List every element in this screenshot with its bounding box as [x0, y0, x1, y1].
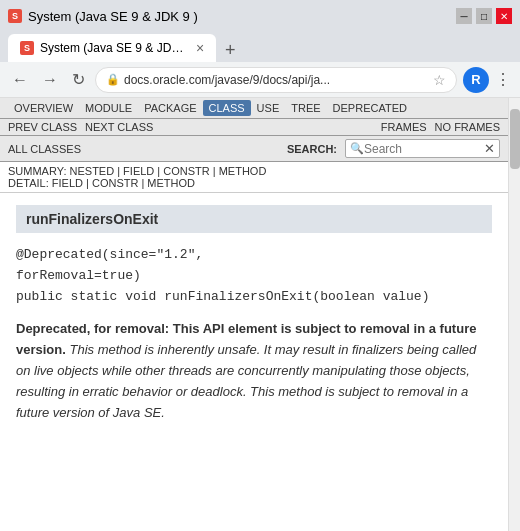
- scrollbar-track[interactable]: [508, 98, 520, 531]
- search-bar: SEARCH: 🔍 ✕: [287, 139, 500, 158]
- nav-overview[interactable]: OVERVIEW: [8, 100, 79, 116]
- window-controls: ─ □ ✕: [456, 8, 512, 24]
- javadoc-sub-nav: PREV CLASS NEXT CLASS FRAMES NO FRAMES: [0, 119, 508, 136]
- tab-bar: S System (Java SE 9 & JDK 9 ) × +: [0, 32, 520, 62]
- tab-favicon: S: [20, 41, 34, 55]
- description-italic: This method is inherently unsafe. It may…: [16, 342, 476, 419]
- search-input-wrap[interactable]: 🔍 ✕: [345, 139, 500, 158]
- search-clear-button[interactable]: ✕: [484, 141, 495, 156]
- minimize-button[interactable]: ─: [456, 8, 472, 24]
- browser-icon: S: [8, 9, 22, 23]
- code-line2: forRemoval=true): [16, 266, 492, 287]
- address-bar: ← → ↻ 🔒 docs.oracle.com/javase/9/docs/ap…: [0, 62, 520, 98]
- search-label: SEARCH:: [287, 143, 337, 155]
- all-classes-link[interactable]: ALL CLASSES: [8, 143, 81, 155]
- nav-package[interactable]: PACKAGE: [138, 100, 202, 116]
- close-button[interactable]: ✕: [496, 8, 512, 24]
- sub-nav-left: PREV CLASS NEXT CLASS: [8, 121, 153, 133]
- maximize-button[interactable]: □: [476, 8, 492, 24]
- sub-nav-right: FRAMES NO FRAMES: [381, 121, 500, 133]
- scrollbar-thumb[interactable]: [510, 109, 520, 169]
- more-options-button[interactable]: ⋮: [495, 70, 512, 89]
- method-header: runFinalizersOnExit: [16, 205, 492, 233]
- lock-icon: 🔒: [106, 73, 120, 86]
- search-input[interactable]: [364, 142, 484, 156]
- account-button[interactable]: R: [463, 67, 489, 93]
- content-area: runFinalizersOnExit @Deprecated(since="1…: [0, 193, 508, 435]
- nav-module[interactable]: MODULE: [79, 100, 138, 116]
- code-line3: public static void runFinalizersOnExit(b…: [16, 287, 492, 308]
- nav-tree[interactable]: TREE: [285, 100, 326, 116]
- reload-button[interactable]: ↻: [68, 68, 89, 91]
- title-bar-text: System (Java SE 9 & JDK 9 ): [28, 9, 198, 24]
- page-area: OVERVIEW MODULE PACKAGE CLASS USE TREE D…: [0, 98, 508, 531]
- url-bar[interactable]: 🔒 docs.oracle.com/javase/9/docs/api/ja..…: [95, 67, 457, 93]
- prev-class-link[interactable]: PREV CLASS: [8, 121, 77, 133]
- next-class-link[interactable]: NEXT CLASS: [85, 121, 153, 133]
- nav-deprecated[interactable]: DEPRECATED: [327, 100, 413, 116]
- browser-content: OVERVIEW MODULE PACKAGE CLASS USE TREE D…: [0, 98, 520, 531]
- javadoc-nav: OVERVIEW MODULE PACKAGE CLASS USE TREE D…: [0, 98, 508, 119]
- code-block: @Deprecated(since="1.2", forRemoval=true…: [16, 245, 492, 307]
- search-allclasses-row: ALL CLASSES SEARCH: 🔍 ✕: [0, 136, 508, 162]
- back-button[interactable]: ←: [8, 69, 32, 91]
- summary-line2: DETAIL: FIELD | CONSTR | METHOD: [8, 177, 500, 189]
- no-frames-link[interactable]: NO FRAMES: [435, 121, 500, 133]
- nav-class[interactable]: CLASS: [203, 100, 251, 116]
- url-text: docs.oracle.com/javase/9/docs/api/ja...: [124, 73, 429, 87]
- summary-line1: SUMMARY: NESTED | FIELD | CONSTR | METHO…: [8, 165, 500, 177]
- code-line1: @Deprecated(since="1.2",: [16, 245, 492, 266]
- frames-link[interactable]: FRAMES: [381, 121, 427, 133]
- bookmark-icon[interactable]: ☆: [433, 72, 446, 88]
- forward-button[interactable]: →: [38, 69, 62, 91]
- nav-use[interactable]: USE: [251, 100, 286, 116]
- active-tab[interactable]: S System (Java SE 9 & JDK 9 ) ×: [8, 34, 216, 62]
- tab-close-button[interactable]: ×: [196, 40, 204, 56]
- description: Deprecated, for removal: This API elemen…: [16, 319, 492, 423]
- new-tab-button[interactable]: +: [218, 38, 242, 62]
- search-icon: 🔍: [350, 142, 364, 155]
- tab-title: System (Java SE 9 & JDK 9 ): [40, 41, 190, 55]
- title-bar: S System (Java SE 9 & JDK 9 ) ─ □ ✕: [0, 0, 520, 32]
- summary-bar: SUMMARY: NESTED | FIELD | CONSTR | METHO…: [0, 162, 508, 193]
